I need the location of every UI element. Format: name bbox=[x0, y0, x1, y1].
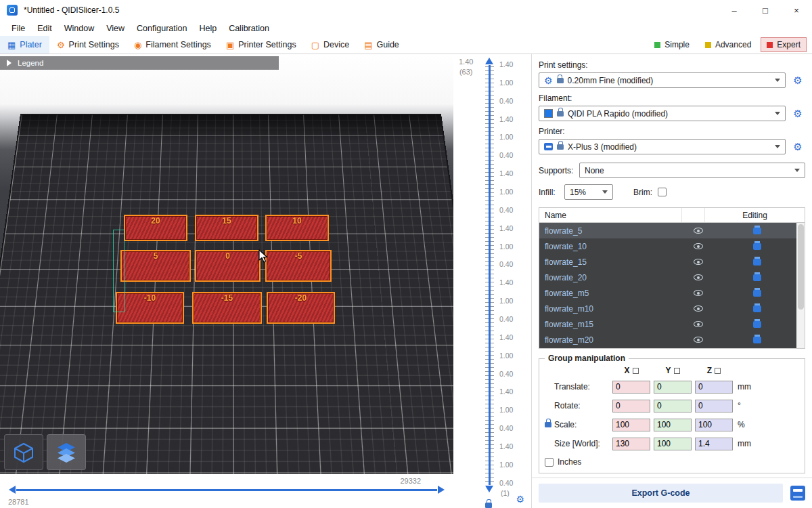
printable-toggle-icon[interactable] bbox=[753, 274, 761, 281]
mode-button[interactable]: Simple bbox=[648, 37, 696, 52]
print-settings-combo[interactable]: ⚙ 0.20mm Fine (modified) bbox=[539, 72, 786, 88]
uniform-scale-lock-icon[interactable] bbox=[545, 422, 551, 427]
filament-combo[interactable]: QIDI PLA Rapido (modified) bbox=[539, 106, 786, 121]
flow-test-object[interactable]: -15 bbox=[192, 292, 262, 324]
layer-slider-bottom-handle[interactable] bbox=[485, 486, 493, 492]
supports-value: None bbox=[585, 166, 790, 175]
tab[interactable]: ▢ Device bbox=[304, 36, 357, 54]
y-value-field[interactable] bbox=[654, 381, 692, 394]
manipulation-row: Scale: % bbox=[545, 415, 799, 434]
legend-bar[interactable]: Legend bbox=[0, 56, 279, 70]
minimize-button[interactable]: – bbox=[719, 0, 750, 20]
z-value-field[interactable] bbox=[695, 381, 733, 394]
flow-test-object[interactable]: -10 bbox=[116, 292, 184, 324]
visibility-cell bbox=[687, 228, 710, 234]
menu-item[interactable]: Calibration bbox=[223, 24, 275, 33]
layer-slider-top-handle[interactable] bbox=[485, 58, 493, 64]
x-value-field[interactable] bbox=[612, 419, 650, 431]
printer-combo[interactable]: X-Plus 3 (modified) bbox=[539, 139, 786, 154]
supports-combo[interactable]: None bbox=[579, 163, 805, 178]
object-row[interactable]: flowrate_m20 bbox=[539, 332, 805, 347]
tab[interactable]: ▣ Printer Settings bbox=[219, 36, 304, 54]
eye-icon[interactable] bbox=[694, 321, 703, 327]
window-controls: – □ × bbox=[719, 0, 812, 20]
z-value-field[interactable] bbox=[695, 438, 733, 450]
title-bar: *Untitled - QIDISlicer-1.0.5 – □ × bbox=[0, 0, 812, 20]
flow-test-object[interactable]: -20 bbox=[267, 292, 335, 324]
object-row[interactable]: flowrate_5 bbox=[539, 223, 805, 238]
eye-icon[interactable] bbox=[694, 305, 703, 312]
x-value-field[interactable] bbox=[612, 438, 650, 450]
eye-icon[interactable] bbox=[694, 337, 703, 343]
brim-checkbox[interactable] bbox=[658, 188, 667, 196]
flow-test-object[interactable]: 10 bbox=[265, 215, 329, 241]
scrollbar-thumb[interactable] bbox=[798, 224, 804, 310]
printer-gear-button[interactable]: ⚙ bbox=[790, 141, 805, 153]
printable-toggle-icon[interactable] bbox=[753, 337, 761, 343]
send-to-printer-icon[interactable] bbox=[790, 486, 805, 501]
layer-slider[interactable] bbox=[489, 65, 491, 485]
printable-toggle-icon[interactable] bbox=[753, 243, 761, 250]
infill-combo[interactable]: 15% bbox=[564, 184, 613, 200]
layer-slider-settings-icon[interactable]: ⚙ bbox=[516, 494, 524, 504]
mode-button[interactable]: Advanced bbox=[699, 37, 757, 52]
printable-toggle-icon[interactable] bbox=[753, 290, 761, 297]
inches-checkbox[interactable] bbox=[545, 458, 554, 467]
maximize-button[interactable]: □ bbox=[750, 0, 781, 20]
move-slider-right-arrow[interactable] bbox=[438, 486, 445, 494]
eye-icon[interactable] bbox=[694, 290, 703, 296]
move-slider[interactable] bbox=[16, 489, 437, 491]
tab[interactable]: ▤ Guide bbox=[357, 36, 407, 54]
menu-item[interactable]: File bbox=[5, 24, 31, 33]
flow-test-object[interactable]: 15 bbox=[195, 215, 258, 241]
menu-item[interactable]: Configuration bbox=[131, 24, 193, 33]
mode-button[interactable]: Expert bbox=[761, 37, 807, 52]
z-value-field[interactable] bbox=[695, 400, 733, 412]
object-list-scrollbar[interactable] bbox=[796, 223, 805, 348]
menu-item[interactable]: View bbox=[100, 24, 131, 33]
object-row[interactable]: flowrate_20 bbox=[539, 270, 805, 285]
move-slider-left-arrow[interactable] bbox=[9, 486, 16, 494]
eye-icon[interactable] bbox=[694, 259, 703, 265]
flow-test-object[interactable]: -5 bbox=[265, 250, 332, 282]
object-row[interactable]: flowrate_15 bbox=[539, 254, 805, 270]
flow-test-object[interactable]: 0 bbox=[195, 250, 261, 282]
menu-item[interactable]: Edit bbox=[31, 24, 58, 33]
y-value-field[interactable] bbox=[654, 419, 692, 431]
y-value-field[interactable] bbox=[654, 400, 692, 412]
x-value-field[interactable] bbox=[612, 400, 650, 412]
axis-icon bbox=[715, 368, 721, 374]
y-value-field[interactable] bbox=[654, 438, 692, 450]
menu-item[interactable]: Window bbox=[58, 24, 100, 33]
bottom-layer-number: (1) bbox=[501, 489, 510, 497]
menu-item[interactable]: Help bbox=[193, 24, 223, 33]
x-value-field[interactable] bbox=[612, 381, 650, 394]
z-value-field[interactable] bbox=[695, 419, 733, 431]
close-button[interactable]: × bbox=[781, 0, 812, 20]
preview-view-button[interactable] bbox=[47, 434, 86, 470]
layer-tick-label: 1.00 bbox=[499, 352, 513, 359]
eye-icon[interactable] bbox=[694, 228, 703, 234]
printable-toggle-icon[interactable] bbox=[753, 305, 761, 312]
tab[interactable]: ⚙ Print Settings bbox=[49, 36, 127, 54]
flow-test-object[interactable]: 20 bbox=[124, 215, 187, 241]
layer-slider-lock-icon[interactable] bbox=[485, 503, 492, 508]
printable-toggle-icon[interactable] bbox=[753, 259, 761, 266]
print-settings-gear-button[interactable]: ⚙ bbox=[790, 75, 805, 87]
eye-icon[interactable] bbox=[694, 274, 703, 280]
3d-viewport[interactable]: 20 15 10 5 0 -5 bbox=[0, 54, 453, 508]
tab[interactable]: ◉ Filament Settings bbox=[127, 36, 219, 54]
export-gcode-button[interactable]: Export G-code bbox=[539, 484, 783, 503]
object-row[interactable]: flowrate_m10 bbox=[539, 301, 805, 316]
tab[interactable]: ▦ Plater bbox=[0, 36, 49, 54]
printable-toggle-icon[interactable] bbox=[753, 321, 761, 328]
editor-view-button[interactable] bbox=[4, 434, 43, 470]
printable-toggle-icon[interactable] bbox=[753, 228, 761, 234]
flow-test-object[interactable]: 5 bbox=[120, 250, 191, 282]
mode-color-dot bbox=[705, 42, 711, 48]
object-row[interactable]: flowrate_m5 bbox=[539, 285, 805, 301]
eye-icon[interactable] bbox=[694, 243, 703, 249]
object-row[interactable]: flowrate_10 bbox=[539, 238, 805, 254]
object-row[interactable]: flowrate_m15 bbox=[539, 316, 805, 332]
filament-gear-button[interactable]: ⚙ bbox=[790, 108, 805, 120]
